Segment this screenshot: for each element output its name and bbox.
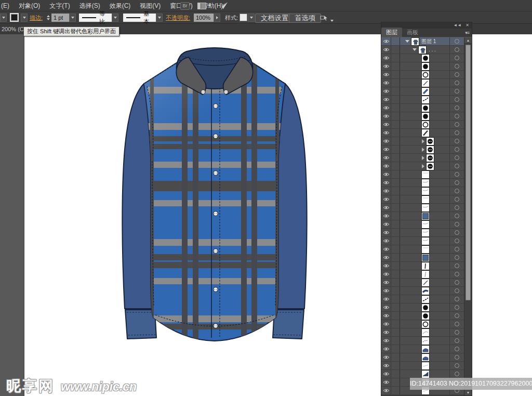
target-cell[interactable] [449, 328, 464, 336]
visibility-eye-icon[interactable] [381, 187, 391, 195]
layer-main-cell[interactable] [400, 212, 449, 220]
lock-toggle-cell[interactable] [391, 237, 400, 245]
expand-arrow-icon[interactable] [413, 48, 417, 51]
layer-row[interactable] [381, 254, 464, 262]
layer-main-cell[interactable] [400, 312, 449, 320]
menu-item-4[interactable]: 效果(C) [105, 0, 136, 11]
layer-row[interactable] [381, 204, 464, 212]
collapse-panel-icon[interactable]: ◄◄ [453, 23, 461, 28]
target-circle-icon[interactable] [455, 214, 459, 218]
select-similar-icon[interactable] [320, 14, 328, 21]
visibility-eye-icon[interactable] [381, 112, 391, 120]
layer-row[interactable] [381, 87, 464, 96]
layer-main-cell[interactable] [400, 353, 449, 361]
target-circle-icon[interactable] [455, 97, 459, 102]
visibility-eye-icon[interactable] [381, 345, 391, 353]
target-cell[interactable] [449, 245, 464, 253]
visibility-eye-icon[interactable] [381, 229, 391, 236]
layer-main-cell[interactable] [400, 245, 449, 253]
layer-main-cell[interactable] [400, 220, 449, 228]
layer-row[interactable] [381, 320, 464, 328]
layer-main-cell[interactable] [400, 96, 449, 103]
visibility-eye-icon[interactable] [381, 212, 391, 220]
layer-row[interactable] [381, 362, 464, 370]
lock-toggle-cell[interactable] [391, 362, 400, 369]
expand-arrow-icon[interactable] [422, 148, 424, 152]
target-cell[interactable] [449, 179, 464, 187]
fill-dropdown-stub[interactable] [0, 14, 7, 22]
target-cell[interactable] [449, 137, 464, 145]
expand-arrow-icon[interactable] [422, 164, 424, 168]
lock-toggle-cell[interactable] [391, 204, 400, 212]
visibility-eye-icon[interactable] [381, 79, 391, 87]
target-circle-icon[interactable] [455, 230, 459, 235]
layer-row[interactable] [381, 328, 464, 337]
layer-main-cell[interactable] [400, 112, 449, 120]
lock-toggle-cell[interactable] [391, 337, 400, 345]
lock-toggle-cell[interactable] [391, 312, 400, 320]
layer-main-cell[interactable] [400, 254, 449, 261]
expand-arrow-icon[interactable] [422, 156, 424, 160]
layer-main-cell[interactable] [400, 179, 449, 187]
menu-item-0[interactable]: (E) [0, 0, 14, 11]
visibility-eye-icon[interactable] [381, 195, 391, 203]
target-circle-icon[interactable] [455, 297, 459, 301]
visibility-eye-icon[interactable] [381, 303, 391, 311]
lock-toggle-cell[interactable] [391, 46, 400, 54]
stepper-down-icon[interactable] [47, 18, 50, 20]
layer-main-cell[interactable] [400, 295, 449, 303]
lock-toggle-cell[interactable] [391, 245, 400, 253]
lock-toggle-cell[interactable] [391, 87, 400, 95]
visibility-eye-icon[interactable] [381, 204, 391, 212]
layer-row[interactable] [381, 337, 464, 345]
lock-toggle-cell[interactable] [391, 270, 400, 278]
lock-toggle-cell[interactable] [391, 320, 400, 328]
layer-row[interactable] [381, 71, 464, 79]
lock-toggle-cell[interactable] [391, 295, 400, 303]
visibility-eye-icon[interactable] [381, 295, 391, 303]
target-cell[interactable] [449, 204, 464, 212]
visibility-eye-icon[interactable] [381, 378, 391, 386]
layer-main-cell[interactable] [400, 303, 449, 311]
target-circle-icon[interactable] [455, 172, 459, 177]
visibility-eye-icon[interactable] [381, 37, 391, 45]
scroll-down-icon[interactable]: ▼ [464, 389, 472, 395]
layer-row[interactable] [381, 212, 464, 220]
visibility-eye-icon[interactable] [381, 146, 391, 153]
layer-main-cell[interactable] [400, 229, 449, 236]
visibility-eye-icon[interactable] [381, 96, 391, 103]
lock-toggle-cell[interactable] [391, 303, 400, 311]
target-circle-icon[interactable] [455, 64, 459, 69]
stroke-width-dropdown[interactable] [69, 14, 76, 22]
target-circle-icon[interactable] [455, 180, 459, 185]
layer-row[interactable] [381, 312, 464, 320]
target-cell[interactable] [449, 370, 464, 378]
layer-main-cell[interactable]: 图层 1 [400, 37, 449, 45]
target-cell[interactable] [449, 162, 464, 170]
target-circle-icon[interactable] [455, 255, 459, 260]
fill-swatch[interactable] [10, 13, 19, 22]
layer-main-cell[interactable] [400, 154, 449, 162]
layer-row[interactable] [381, 295, 464, 303]
lock-toggle-cell[interactable] [391, 129, 400, 137]
visibility-eye-icon[interactable] [381, 337, 391, 345]
lock-toggle-cell[interactable] [391, 146, 400, 153]
brush-dropdown[interactable] [156, 14, 163, 22]
fill-swatch-group[interactable] [10, 13, 28, 22]
lock-toggle-cell[interactable] [391, 187, 400, 195]
target-cell[interactable] [449, 312, 464, 320]
target-circle-icon[interactable] [455, 72, 459, 77]
layer-row[interactable] [381, 137, 464, 146]
target-cell[interactable] [449, 104, 464, 112]
visibility-eye-icon[interactable] [381, 387, 391, 394]
lock-toggle-cell[interactable] [391, 287, 400, 295]
layer-main-cell[interactable] [400, 137, 449, 145]
layer-main-cell[interactable] [400, 54, 449, 62]
width-profile-combo[interactable]: 等比 [79, 14, 112, 22]
layer-row[interactable] [381, 121, 464, 129]
layer-row[interactable] [381, 96, 464, 104]
opacity-link[interactable]: 不透明度: [166, 14, 190, 22]
fill-swatch-dropdown[interactable] [21, 14, 28, 22]
target-cell[interactable] [449, 37, 464, 45]
layer-main-cell[interactable] [400, 162, 449, 170]
